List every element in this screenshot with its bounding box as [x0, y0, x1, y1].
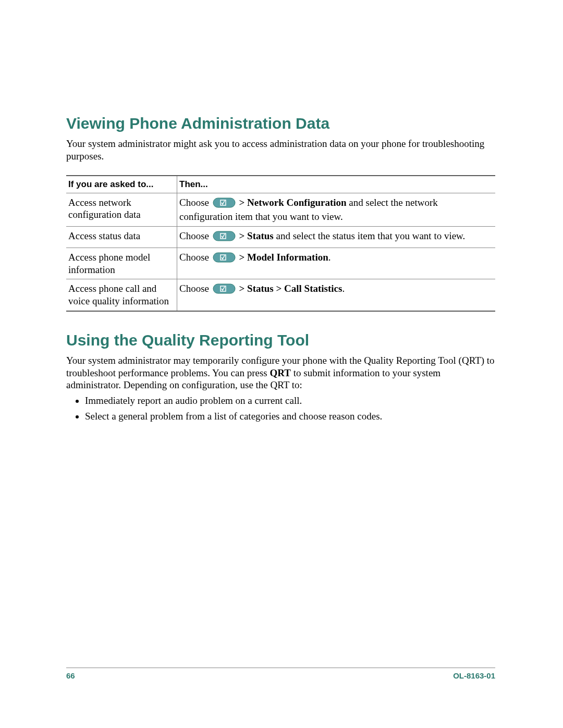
then-suffix: .: [342, 283, 345, 294]
cell-then: Choose > Status > Call Statistics.: [177, 279, 496, 311]
then-prefix: Choose: [179, 197, 212, 208]
svg-rect-6: [213, 284, 235, 293]
document-page: Viewing Phone Administration Data Your s…: [0, 0, 563, 728]
list-item: Immediately report an audio problem on a…: [85, 393, 495, 408]
section-heading-qrt: Using the Quality Reporting Tool: [66, 331, 495, 349]
settings-button-icon: [213, 252, 236, 266]
table-row: Access phone model information Choose > …: [66, 248, 495, 279]
svg-rect-0: [213, 198, 235, 207]
table-row: Access status data Choose > Status and s…: [66, 227, 495, 248]
document-id: OL-8163-01: [453, 671, 495, 680]
cell-then: Choose > Model Information.: [177, 248, 496, 279]
cell-asked: Access status data: [66, 227, 177, 248]
cell-then: Choose > Network Configuration and selec…: [177, 193, 496, 227]
cell-then: Choose > Status and select the status it…: [177, 227, 496, 248]
then-suffix: and select the status item that you want…: [274, 230, 466, 241]
then-prefix: Choose: [179, 252, 212, 263]
cell-asked: Access network configuration data: [66, 193, 177, 227]
table-row: Access network configuration data Choose…: [66, 193, 495, 227]
section1-intro: Your system administrator might ask you …: [66, 138, 495, 163]
svg-rect-4: [213, 253, 235, 262]
table-row: Access phone call and voice quality info…: [66, 279, 495, 311]
page-footer: 66 OL-8163-01: [66, 668, 495, 680]
settings-button-icon: [213, 283, 236, 297]
then-suffix: .: [328, 252, 331, 263]
then-prefix: Choose: [179, 283, 212, 294]
cell-asked: Access phone model information: [66, 248, 177, 279]
then-bold: > Model Information: [237, 252, 328, 263]
cell-asked: Access phone call and voice quality info…: [66, 279, 177, 311]
settings-button-icon: [213, 198, 236, 211]
then-bold: > Status: [237, 230, 274, 241]
qrt-bullet-list: Immediately report an audio problem on a…: [66, 393, 495, 423]
page-number: 66: [66, 671, 75, 680]
then-prefix: Choose: [179, 230, 212, 241]
list-item: Select a general problem from a list of …: [85, 409, 495, 424]
then-bold: > Network Configuration: [237, 197, 347, 208]
then-bold: > Status > Call Statistics: [237, 283, 342, 294]
table-header-asked: If you are asked to...: [66, 176, 177, 193]
svg-rect-2: [213, 231, 235, 241]
section2-intro: Your system administrator may temporaril…: [66, 354, 495, 391]
qrt-intro-bold: QRT: [270, 367, 291, 378]
admin-data-table: If you are asked to... Then... Access ne…: [66, 175, 495, 312]
settings-button-icon: [213, 231, 236, 244]
section-heading-admin-data: Viewing Phone Administration Data: [66, 115, 495, 132]
table-header-then: Then...: [177, 176, 496, 193]
